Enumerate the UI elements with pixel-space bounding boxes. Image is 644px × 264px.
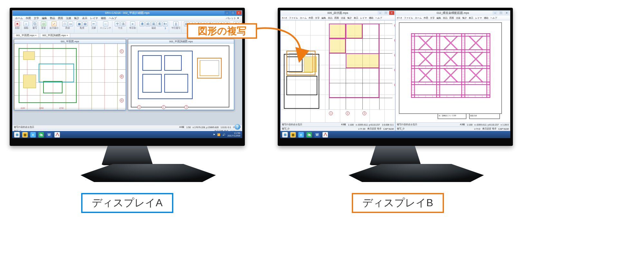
maximize-button[interactable]: □ xyxy=(498,11,504,15)
start-button[interactable]: ⊞ xyxy=(282,132,288,137)
maximize-button[interactable]: □ xyxy=(230,11,235,15)
menu-item[interactable]: 補助 xyxy=(369,16,373,20)
palette-dropdown[interactable]: パレット ▼ xyxy=(226,16,239,20)
ribbon-button[interactable]: ✂ xyxy=(91,21,96,26)
menu-item[interactable]: 編集 xyxy=(322,16,326,20)
taskbar[interactable]: ⊞ ▦ e 🛍 W ⚑ 📶 🔊 xyxy=(12,131,242,138)
drawing-canvas[interactable]: C B A 2100 3450 2700 xyxy=(14,44,126,110)
menu-item[interactable]: 補助 xyxy=(101,16,106,20)
menu-item[interactable]: レイヤ xyxy=(90,16,98,20)
system-tray[interactable]: ⚑ 📶 🔊 11:56 2017/12/06 xyxy=(213,132,240,137)
taskbar-browser-icon[interactable]: e xyxy=(30,132,36,137)
ribbon-group: ✂分解 xyxy=(90,21,98,33)
menu-item[interactable]: ヘルプ xyxy=(109,16,117,20)
menu-item[interactable]: 表示 xyxy=(354,16,358,20)
menu-item[interactable]: 図面 xyxy=(58,16,63,20)
taskbar-app-icon[interactable] xyxy=(54,132,60,137)
menu-item[interactable]: 集計 xyxy=(347,16,352,20)
ribbon-group-label: 配置 xyxy=(80,27,84,30)
title-bar[interactable]: 005_床伏図.mps – □ × xyxy=(281,11,395,16)
ribbon-group: ↔ストレッチ xyxy=(99,21,112,33)
taskbar-store-icon[interactable]: 🛍 xyxy=(38,132,44,137)
title-bar[interactable]: DRA-CAD16 - 002_平面詳細図.mps – □ × xyxy=(13,11,242,16)
menu-item[interactable]: 編集 xyxy=(437,16,441,20)
document-tab[interactable]: 002_平面詳細図.mps × xyxy=(40,33,70,37)
minimize-button[interactable]: – xyxy=(378,11,383,15)
menu-item[interactable]: 文字 xyxy=(315,16,320,20)
menu-item[interactable]: 図面 xyxy=(334,16,339,20)
ribbon-button[interactable]: ▦ xyxy=(77,21,82,26)
close-button[interactable]: × xyxy=(504,11,509,15)
menu-item[interactable]: 部品 xyxy=(328,16,332,20)
menu-item[interactable]: ヘルプ xyxy=(490,16,497,20)
taskbar[interactable]: ⊞ ▦ e 🛍 W xyxy=(280,131,510,138)
taskbar-app-icon[interactable] xyxy=(322,132,328,137)
ribbon-button[interactable]: □ xyxy=(62,21,67,26)
menu-item[interactable]: 部品 xyxy=(443,16,447,20)
close-button[interactable]: × xyxy=(389,11,394,15)
menu-item[interactable]: レイヤ xyxy=(360,16,367,20)
ribbon-group: ≡等分割 xyxy=(128,21,137,33)
menu-item[interactable]: ホーム xyxy=(415,16,422,20)
menu-item[interactable]: 図面 xyxy=(449,16,454,20)
menu-item[interactable]: 作図 xyxy=(26,16,31,20)
taskbar-explorer-icon[interactable]: ▦ xyxy=(22,132,28,137)
menu-item[interactable]: 編集 xyxy=(42,16,47,20)
taskbar-store-icon[interactable]: 🛍 xyxy=(306,132,312,137)
ribbon-button[interactable]: 寸 xyxy=(115,21,120,26)
ribbon-button[interactable]: 長 xyxy=(157,21,162,26)
ribbon-button[interactable]: ◫ xyxy=(41,21,46,26)
menu-item[interactable]: 法規 xyxy=(341,16,345,20)
menu-item[interactable]: 表示 xyxy=(82,16,87,20)
menu-item[interactable]: レイヤ xyxy=(475,16,482,20)
menu-item[interactable]: ｸｨｯｸ xyxy=(282,17,287,19)
ribbon-button[interactable]: ⤢ xyxy=(52,21,57,26)
taskbar-explorer-icon[interactable]: ▦ xyxy=(290,132,296,137)
drawing-canvas[interactable]: 柱・梁断面リスト 1:100 配筋凡例 xyxy=(396,20,510,122)
menu-item[interactable]: ヘルプ xyxy=(375,16,382,20)
menu-item[interactable]: 法規 xyxy=(66,16,71,20)
help-icon[interactable]: ? xyxy=(235,124,240,130)
status-flags: CAP NUM xyxy=(498,128,509,130)
ribbon-button[interactable]: 続 xyxy=(145,21,150,26)
menu-item[interactable]: ホーム xyxy=(300,16,307,20)
ribbon-button[interactable]: ｶｯﾄ xyxy=(163,21,168,26)
menu-item[interactable]: 文字 xyxy=(34,16,39,20)
ribbon-button[interactable]: ▭ xyxy=(68,21,73,26)
ribbon-button[interactable]: 延 xyxy=(151,21,156,26)
ribbon-button[interactable]: ▤ xyxy=(82,21,88,26)
menu-item[interactable]: 法規 xyxy=(456,16,460,20)
child-window-plan[interactable]: 001_平面図.mps C B A xyxy=(14,39,126,110)
menu-item[interactable]: 集計 xyxy=(74,16,79,20)
menu-item[interactable]: ファイル xyxy=(404,16,413,20)
menu-item[interactable]: 文字 xyxy=(430,16,435,20)
ribbon-button[interactable]: 法 xyxy=(120,21,126,26)
maximize-button[interactable]: □ xyxy=(383,11,389,15)
ribbon-button[interactable]: ⿻ xyxy=(32,21,37,26)
menu-item[interactable]: 表示 xyxy=(469,16,473,20)
grid-mark: 2 xyxy=(346,111,350,115)
ribbon-button[interactable]: ↕ xyxy=(24,21,29,26)
minimize-button[interactable]: – xyxy=(493,11,498,15)
taskbar-word-icon[interactable]: W xyxy=(46,132,52,137)
title-bar[interactable]: 010_構造架構配筋図.mps – □ × xyxy=(396,11,510,16)
ribbon-button[interactable]: ↔ xyxy=(103,21,108,26)
ribbon-button[interactable]: ≡ xyxy=(130,21,135,26)
taskbar-browser-icon[interactable]: e xyxy=(298,132,304,137)
menu-item[interactable]: ｸｲｯｸ xyxy=(397,17,402,19)
minimize-button[interactable]: – xyxy=(225,11,230,15)
ribbon-button[interactable]: ✖ xyxy=(15,21,20,26)
menu-item[interactable]: ホーム xyxy=(15,16,23,20)
menu-item[interactable]: 部品 xyxy=(50,16,55,20)
menu-item[interactable]: 作図 xyxy=(309,16,313,20)
ribbon-button[interactable]: 連 xyxy=(139,21,145,26)
menu-item[interactable]: 補助 xyxy=(484,16,488,20)
taskbar-word-icon[interactable]: W xyxy=(314,132,320,137)
ribbon-button[interactable]: ∥ xyxy=(173,21,178,26)
close-button[interactable]: × xyxy=(236,11,241,15)
menu-item[interactable]: 作図 xyxy=(424,16,428,20)
start-button[interactable]: ⊞ xyxy=(14,132,20,137)
menu-item[interactable]: ファイル xyxy=(289,16,298,20)
document-tab[interactable]: 001_平面図.mps × xyxy=(14,33,39,37)
menu-item[interactable]: 集計 xyxy=(462,16,467,20)
